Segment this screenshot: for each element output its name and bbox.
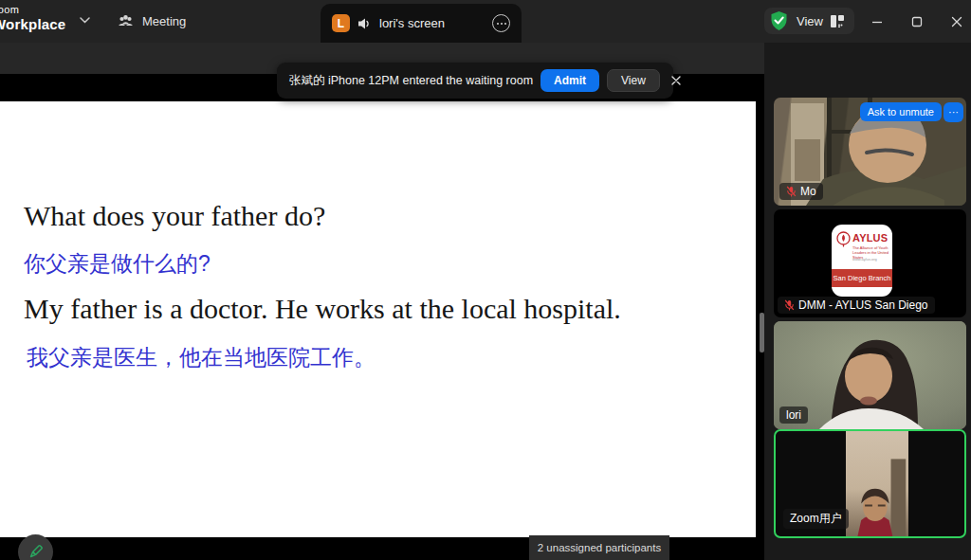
banner-close-button[interactable] bbox=[668, 73, 685, 88]
participants-sidebar: Ask to unmute ··· Mo AYLUS The bbox=[764, 43, 971, 560]
video-tile-dmm-aylus[interactable]: AYLUS The Alliance of Youth Leaders in t… bbox=[774, 209, 966, 317]
brand-line1: zoom bbox=[0, 5, 65, 15]
tab-loris-screen[interactable]: L lori's screen bbox=[321, 4, 522, 43]
slide-answer-zh: 我父亲是医生，他在当地医院工作。 bbox=[27, 343, 376, 372]
security-shield-icon bbox=[769, 10, 789, 31]
close-icon bbox=[671, 76, 681, 85]
participant-nametag: DMM - AYLUS San Diego bbox=[778, 297, 935, 314]
close-window-button[interactable] bbox=[943, 0, 971, 43]
video-tile-lori[interactable]: lori bbox=[774, 321, 966, 429]
mic-muted-icon bbox=[784, 299, 795, 311]
participant-nametag: Mo bbox=[779, 183, 823, 200]
participant-name: Mo bbox=[800, 185, 816, 198]
aylus-logo: AYLUS The Alliance of Youth Leaders in t… bbox=[832, 225, 892, 297]
shared-screen-stage: What does your father do? 你父亲是做什么的? My f… bbox=[0, 43, 764, 560]
brand-line2: Workplace bbox=[0, 17, 65, 31]
shared-screen-letterbox: What does your father do? 你父亲是做什么的? My f… bbox=[0, 74, 764, 560]
slide-question-zh: 你父亲是做什么的? bbox=[24, 249, 211, 279]
pencil-icon bbox=[27, 543, 45, 560]
banner-view-button[interactable]: View bbox=[607, 69, 660, 92]
zoom-workplace-logo: zoom Workplace bbox=[0, 5, 65, 31]
speaker-icon bbox=[357, 17, 372, 30]
chevron-down-icon[interactable] bbox=[80, 17, 90, 24]
participant-nametag: lori bbox=[779, 406, 808, 424]
tab-screen-label: lori's screen bbox=[379, 16, 485, 30]
aylus-branch-band: San Diego Branch bbox=[832, 269, 892, 287]
participant-more-button[interactable]: ··· bbox=[944, 102, 963, 122]
waiting-room-banner: 张斌的 iPhone 12PM entered the waiting room… bbox=[277, 63, 673, 99]
participant-nametag: Zoom用户 bbox=[783, 509, 849, 529]
ask-to-unmute-button[interactable]: Ask to unmute bbox=[860, 102, 942, 121]
maximize-button[interactable] bbox=[903, 0, 931, 43]
admit-button[interactable]: Admit bbox=[540, 69, 599, 92]
participant-name: DMM - AYLUS San Diego bbox=[798, 298, 928, 312]
aylus-emblem-icon bbox=[836, 231, 851, 247]
screen-share-avatar: L bbox=[332, 14, 350, 32]
slide-question-en: What does your father do? bbox=[24, 200, 325, 232]
minimize-icon bbox=[871, 16, 883, 27]
view-button-label: View bbox=[797, 14, 823, 28]
maximize-icon bbox=[911, 16, 923, 27]
tab-options-button[interactable] bbox=[492, 14, 510, 32]
zoom-app-window: zoom Workplace Meeting L lori's screen bbox=[0, 0, 971, 560]
meeting-people-icon bbox=[118, 14, 134, 28]
window-titlebar: zoom Workplace Meeting L lori's screen bbox=[0, 0, 971, 43]
unassigned-participants-badge[interactable]: 2 unassigned participants bbox=[529, 535, 669, 560]
mic-muted-icon bbox=[786, 186, 797, 197]
minimize-button[interactable] bbox=[863, 0, 891, 43]
aylus-website: www.aylus.org bbox=[852, 257, 877, 262]
shared-slide: What does your father do? 你父亲是做什么的? My f… bbox=[0, 101, 756, 537]
waiting-room-message: 张斌的 iPhone 12PM entered the waiting room bbox=[289, 73, 533, 89]
aylus-title: AYLUS bbox=[852, 232, 888, 244]
participant-name: lori bbox=[786, 408, 801, 422]
video-tile-mo[interactable]: Ask to unmute ··· Mo bbox=[774, 98, 966, 206]
layout-view-icon bbox=[831, 15, 844, 27]
close-icon bbox=[951, 16, 962, 27]
view-menu-button[interactable]: View bbox=[764, 8, 854, 34]
video-tile-zoom-user-active[interactable]: Zoom用户 bbox=[774, 429, 966, 538]
tab-meeting-label: Meeting bbox=[142, 14, 186, 28]
participant-name: Zoom用户 bbox=[790, 511, 842, 527]
tab-meeting[interactable]: Meeting bbox=[118, 0, 186, 43]
slide-answer-en: My father is a doctor. He works at the l… bbox=[24, 293, 621, 325]
